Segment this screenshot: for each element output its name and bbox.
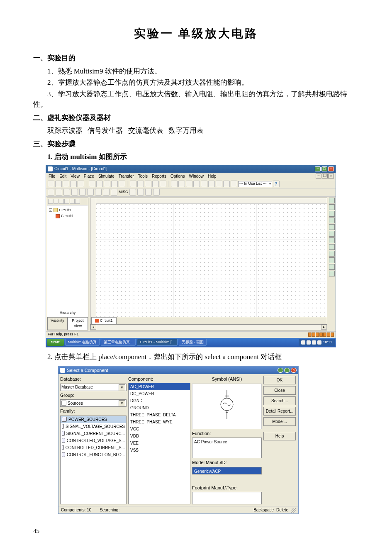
tool-icon[interactable] [216,181,222,187]
menu-tools[interactable]: Tools [138,173,148,179]
tray-icon[interactable] [301,340,305,345]
minimize-button[interactable]: – [315,166,321,171]
help-button[interactable]: Help [263,432,296,440]
model-button[interactable]: Model... [263,417,296,426]
ok-button[interactable]: OK [263,376,296,384]
tool-icon[interactable] [178,181,185,187]
open-icon[interactable] [55,181,62,187]
mdi-restore-button[interactable]: ❐ [322,174,328,178]
component-item[interactable]: VSS [129,447,190,454]
instrument-icon[interactable] [329,251,335,257]
windows-taskbar[interactable]: Start Multisim电路仿真 第三章电路仿真... Circuit1 -… [46,338,336,347]
menu-window[interactable]: Window [189,173,204,179]
zoom-area-icon[interactable] [152,181,159,187]
preview-icon[interactable] [78,181,84,187]
family-item-power-sources[interactable]: POWER_SOURCES [61,416,126,423]
component-item[interactable]: GROUND [129,404,190,411]
close-button[interactable]: × [291,368,297,373]
menubar[interactable]: File Edit View Place Simulate Transfer T… [46,173,336,180]
tool-icon[interactable] [208,181,215,187]
tray-icon[interactable] [307,340,311,345]
group-combo[interactable]: Sources [60,399,127,407]
inuse-combo[interactable]: --- In Use List --- [238,181,272,187]
comp-icon[interactable] [145,189,152,196]
family-list[interactable]: POWER_SOURCES SIGNAL_VOLTAGE_SOURCES SIG… [60,416,127,505]
instrument-icon[interactable] [329,198,335,203]
instruments-toolbar[interactable] [328,197,336,331]
close-button[interactable]: × [328,166,334,171]
search-button[interactable]: Search... [263,396,296,405]
taskbar-item[interactable]: Circuit1 - Multisim [... [137,339,178,346]
instrument-icon[interactable] [329,257,335,263]
component-item[interactable]: DC_POWER [129,390,190,397]
system-tray[interactable]: 10:11 [299,339,335,346]
instrument-icon[interactable] [329,231,335,237]
component-item[interactable]: VDD [129,433,190,440]
sb-icon[interactable] [64,199,69,204]
hscrollbar[interactable]: ◂ ▸ [90,325,327,330]
resize-grip-icon[interactable] [291,508,296,513]
instrument-icon[interactable] [329,264,335,270]
mdi-close-button[interactable]: × [328,174,334,178]
instrument-icon[interactable] [329,211,335,217]
comp-icon[interactable] [153,189,160,196]
component-item[interactable]: VCC [129,425,190,433]
comp-icon[interactable] [137,189,144,196]
tray-icon[interactable] [317,340,321,345]
family-item[interactable]: SIGNAL_VOLTAGE_SOURCES [61,423,126,430]
detail-report-button[interactable]: Detail Report... [263,407,296,416]
component-item[interactable]: THREE_PHASE_WYE [129,418,190,425]
model-field[interactable]: Generic\VACP [192,467,262,474]
zoom-in-icon[interactable] [137,181,144,187]
menu-view[interactable]: View [71,173,80,179]
family-item[interactable]: SIGNAL_CURRENT_SOURC... [61,430,126,437]
scroll-right-icon[interactable]: ▸ [321,325,327,330]
instrument-icon[interactable] [329,237,335,243]
tab-visibility[interactable]: Visibility [47,317,68,330]
instrument-icon[interactable] [329,204,335,210]
minimize-button[interactable]: – [278,368,283,373]
toolbar-components[interactable]: MISC [46,188,336,197]
comp-icon[interactable] [87,189,94,196]
hierarchy-tree[interactable]: -Circuit1 Circuit1 [47,205,88,309]
menu-reports[interactable]: Reports [152,173,166,179]
tool-icon[interactable] [186,181,192,187]
instrument-icon[interactable] [329,218,335,223]
copy-icon[interactable] [96,181,103,187]
maximize-button[interactable]: □ [321,166,327,171]
component-item-ac-power[interactable]: AC_POWER [129,383,190,390]
instrument-icon[interactable] [329,224,335,230]
comp-icon[interactable] [129,189,136,196]
family-item[interactable]: CONTROL_FUNCTION_BLO... [61,451,126,458]
titlebar[interactable]: Circuit1 - Multisim - [Circuit1] – □ × [46,165,336,173]
zoom-100-icon[interactable] [160,181,166,187]
zoom-fit-icon[interactable] [130,181,136,187]
scroll-left-icon[interactable]: ◂ [90,325,96,330]
comp-icon[interactable] [79,189,86,196]
paste-icon[interactable] [104,181,110,187]
menu-transfer[interactable]: Transfer [119,173,134,179]
doc-tab-circuit1[interactable]: Circuit1 [91,317,117,324]
tab-project-view[interactable]: Project View [68,317,88,330]
taskbar-item[interactable]: 第三章电路仿真... [101,339,136,346]
tool-icon[interactable] [223,181,230,187]
taskbar-item[interactable]: Multisim电路仿真 [65,339,100,346]
component-item[interactable]: VEE [129,440,190,447]
maximize-button[interactable]: □ [284,368,290,373]
toolbar-std[interactable]: --- In Use List --- ? [46,180,336,188]
tool-icon[interactable] [231,181,237,187]
comp-icon[interactable] [56,189,62,196]
sb-icon[interactable] [54,199,58,204]
cut-icon[interactable] [89,181,95,187]
database-combo[interactable]: Master Database [60,384,127,391]
menu-simulate[interactable]: Simulate [98,173,114,179]
close-button[interactable]: Close [263,386,296,395]
schematic-canvas[interactable] [90,198,327,317]
comp-icon[interactable] [103,189,110,196]
zoom-out-icon[interactable] [145,181,151,187]
family-item[interactable]: CONTROLLED_VOLTAGE_S... [61,437,126,444]
comp-icon[interactable] [111,189,117,196]
instrument-icon[interactable] [329,271,335,276]
comp-icon[interactable] [48,189,54,196]
sb-icon[interactable] [75,199,80,204]
